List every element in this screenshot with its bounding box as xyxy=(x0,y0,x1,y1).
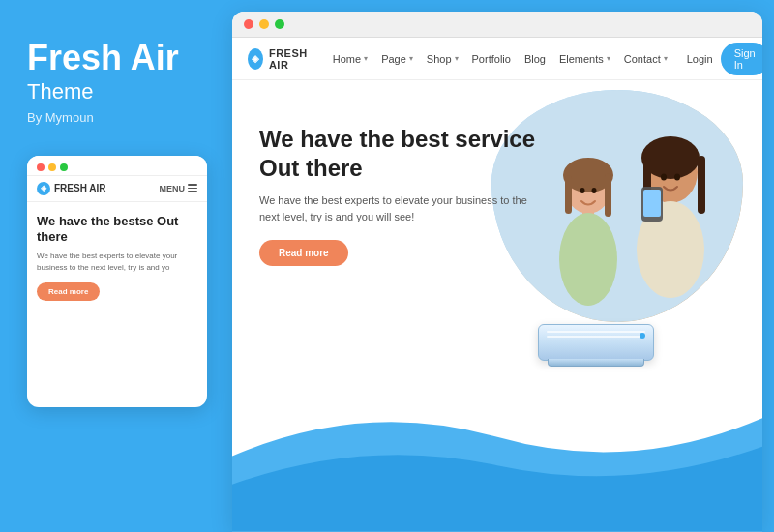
mobile-hero-desc: We have the best experts to elevate your… xyxy=(37,251,197,272)
nav-item-elements[interactable]: Elements ▾ xyxy=(559,53,610,65)
mobile-top-bar xyxy=(27,156,207,176)
browser-dot-green xyxy=(275,19,284,29)
nav-item-contact[interactable]: Contact ▾ xyxy=(624,53,668,65)
nav-actions: Login Sign In xyxy=(687,43,762,75)
mobile-hero-title: We have the bestse Out there xyxy=(37,214,197,247)
hero-read-more-button[interactable]: Read more xyxy=(259,240,348,266)
ac-body xyxy=(538,324,654,361)
mobile-logo-text: FRESH AIR xyxy=(54,183,106,193)
title-text: Fresh Air xyxy=(27,39,205,77)
mobile-hamburger-icon xyxy=(188,184,197,192)
nav-items-container: Home ▾ Page ▾ Shop ▾ Portfolio Blog Elem… xyxy=(333,53,668,65)
hero-description: We have the best experts to elevate your… xyxy=(259,192,530,224)
hero-content: We have the best service Out there We ha… xyxy=(232,80,762,532)
nav-shop-label: Shop xyxy=(427,53,452,65)
mobile-read-more-button[interactable]: Read more xyxy=(37,282,100,301)
mobile-dot-yellow xyxy=(48,163,56,171)
ac-vent xyxy=(548,359,644,367)
nav-item-shop[interactable]: Shop ▾ xyxy=(427,53,459,65)
browser-dot-yellow xyxy=(259,19,269,29)
mobile-menu-toggle[interactable]: MENU xyxy=(160,184,198,193)
subtitle-text: Theme xyxy=(27,79,205,104)
nav-item-home[interactable]: Home ▾ xyxy=(333,53,368,65)
nav-page-label: Page xyxy=(381,53,406,65)
nav-portfolio-label: Portfolio xyxy=(472,53,511,65)
website-logo[interactable]: ◈ FRESH AIR xyxy=(248,47,313,71)
author-text: By Mymoun xyxy=(27,110,205,125)
nav-login-button[interactable]: Login xyxy=(687,53,713,65)
left-panel: Fresh Air Theme By Mymoun ◈ FRESH AIR ME… xyxy=(0,0,232,532)
nav-item-portfolio[interactable]: Portfolio xyxy=(472,53,511,65)
mobile-dot-green xyxy=(60,163,68,171)
chevron-down-icon: ▾ xyxy=(607,54,610,63)
nav-signin-button[interactable]: Sign In xyxy=(721,43,762,75)
hero-text-block: We have the best service Out there We ha… xyxy=(259,115,535,266)
mobile-hero-content: We have the bestse Out there We have the… xyxy=(27,202,207,314)
mobile-logo: ◈ FRESH AIR xyxy=(37,182,106,195)
ac-unit xyxy=(538,324,654,361)
mobile-nav-bar: ◈ FRESH AIR MENU xyxy=(27,176,207,202)
browser-dot-red xyxy=(244,19,253,29)
chevron-down-icon: ▾ xyxy=(364,54,368,63)
mobile-mockup: ◈ FRESH AIR MENU We have the bestse Out … xyxy=(27,156,207,407)
theme-title: Fresh Air Theme By Mymoun xyxy=(27,39,205,125)
hero-title-line1: We have the best service xyxy=(259,126,535,152)
nav-home-label: Home xyxy=(333,53,361,65)
nav-contact-label: Contact xyxy=(624,53,661,65)
ac-power-indicator xyxy=(640,333,645,339)
hero-title: We have the best service Out there xyxy=(259,125,535,183)
nav-blog-label: Blog xyxy=(524,53,546,65)
mobile-logo-icon: ◈ xyxy=(37,182,50,195)
browser-chrome xyxy=(232,12,762,38)
mobile-window-dots xyxy=(37,163,68,171)
chevron-down-icon: ▾ xyxy=(664,54,668,63)
chevron-down-icon: ▾ xyxy=(409,54,413,63)
nav-item-blog[interactable]: Blog xyxy=(524,53,546,65)
website-logo-icon: ◈ xyxy=(248,48,263,70)
nav-item-page[interactable]: Page ▾ xyxy=(381,53,413,65)
website-navbar: ◈ FRESH AIR Home ▾ Page ▾ Shop ▾ Portfol… xyxy=(232,38,762,80)
hero-title-line2: Out there xyxy=(259,155,363,181)
mobile-menu-label: MENU xyxy=(160,184,186,193)
chevron-down-icon: ▾ xyxy=(455,54,459,63)
website-logo-text: FRESH AIR xyxy=(269,47,313,71)
nav-elements-label: Elements xyxy=(559,53,604,65)
browser-mockup: ◈ FRESH AIR Home ▾ Page ▾ Shop ▾ Portfol… xyxy=(232,12,762,532)
mobile-dot-red xyxy=(37,163,45,171)
hero-section: We have the best service Out there We ha… xyxy=(232,80,762,532)
ac-vent-lines xyxy=(539,325,653,343)
